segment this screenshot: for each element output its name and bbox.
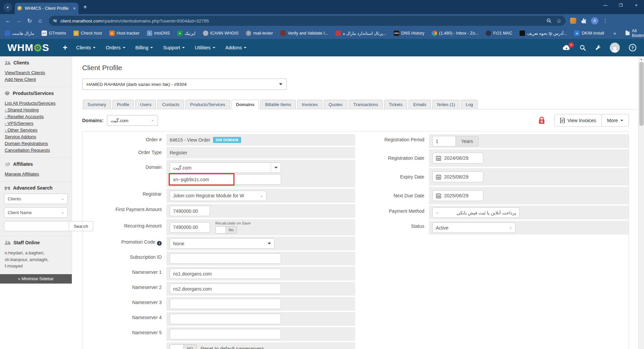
sidebar-search-input[interactable] [4, 221, 69, 231]
address-bar[interactable]: client.maralhost.com/rpadmin/clientsdoma… [49, 16, 566, 26]
nameserver-input[interactable] [170, 299, 281, 309]
tab-search-icon[interactable]: ▾ [3, 3, 12, 12]
client-select[interactable]: HAMED RAHMANI (darb sazan imen fak) - #9… [82, 79, 287, 90]
minimise-sidebar-button[interactable]: « Minimise Sidebar [0, 274, 72, 284]
search-field-select[interactable]: Client Name ⌄ [4, 207, 68, 218]
client-profile-tab[interactable]: Billable Items [260, 100, 296, 109]
sidebar-link[interactable]: Add New Client [5, 76, 67, 83]
client-profile-tab[interactable]: Transactions [348, 100, 383, 109]
domain-picker-select[interactable]: گیت.com ⌄ [107, 115, 158, 126]
more-button[interactable]: More [602, 114, 629, 127]
extensions-puzzle-icon[interactable] [581, 18, 587, 24]
nav-menu-item[interactable]: Support [163, 45, 185, 50]
expiry-date-input[interactable]: 2025/08/29 [432, 171, 483, 182]
new-tab-button[interactable]: + [83, 3, 87, 11]
admin-avatar[interactable] [610, 43, 620, 53]
bookmark-item[interactable]: مارال هاست [5, 31, 34, 36]
client-profile-tab[interactable]: Log [461, 100, 478, 109]
payment-method-select[interactable]: پرداخت آنلاین یا ثبت فیش بانکی ⌄ [432, 207, 520, 218]
browser-menu-icon[interactable]: ⋮ [603, 18, 608, 24]
nameserver-input[interactable] [170, 314, 281, 324]
sidebar-link[interactable]: View/Search Clients [5, 69, 67, 76]
profile-avatar[interactable]: A [591, 17, 598, 24]
client-profile-tab[interactable]: Notes (1) [432, 100, 460, 109]
bookmark-item[interactable]: پرتال استاندارد مارال ه... [335, 31, 386, 36]
bookmark-item[interactable]: * mail-tester [246, 31, 273, 36]
system-updates-icon[interactable]: × [562, 45, 571, 51]
status-select[interactable]: Active ⌄ [432, 222, 516, 233]
whmcs-logo[interactable]: WHM⚙S [7, 42, 49, 54]
registrar-lock-status-icon[interactable] [538, 116, 546, 125]
browser-tab[interactable]: WHMCS - Client Profile × [15, 3, 78, 14]
bookmark-item[interactable]: + intoDNS [147, 31, 170, 36]
client-profile-tab[interactable]: Quotes [324, 100, 347, 109]
view-invoices-button[interactable]: View Invoices [554, 114, 602, 127]
registration-date-input[interactable]: 2024/08/29 [432, 153, 483, 163]
minimize-button[interactable]: — [598, 0, 613, 11]
nav-menu-item[interactable]: Addons [225, 45, 247, 50]
client-profile-tab[interactable]: Profile [112, 100, 134, 109]
reset-nameservers-toggle[interactable]: NO [170, 344, 197, 349]
first-payment-input[interactable] [170, 206, 210, 216]
nameserver-input[interactable] [170, 329, 281, 339]
scrollbar-thumb[interactable] [639, 62, 644, 126]
nameserver-input[interactable] [170, 268, 281, 279]
client-profile-tab[interactable]: Tickets [384, 100, 407, 109]
client-profile-tab[interactable]: Contacts [157, 100, 184, 109]
promo-code-select[interactable]: None [170, 238, 274, 249]
recurring-input[interactable] [170, 222, 210, 233]
nav-menu-item[interactable]: Orders [106, 45, 125, 50]
scroll-up-icon[interactable]: ▲ [639, 56, 644, 62]
subscription-id-input[interactable] [170, 253, 281, 264]
bookmark-item[interactable]: GT GTmetrix [42, 31, 66, 36]
home-icon[interactable]: ⌂ [35, 15, 46, 26]
help-icon[interactable]: ? [629, 44, 637, 52]
registration-period-input[interactable] [432, 136, 456, 146]
bookmark-item[interactable]: H Host-tracker [109, 31, 140, 36]
bookmark-item[interactable]: نحوه تعریف Ip آدرس... [520, 31, 567, 36]
sidebar-link[interactable]: Service Addons [5, 133, 67, 140]
page-scrollbar[interactable]: ▲ [638, 56, 644, 349]
bookmarks-overflow-icon[interactable]: » [613, 31, 616, 36]
search-icon[interactable] [580, 45, 586, 51]
nav-menu-item[interactable]: Clients [76, 45, 96, 50]
zoom-out-icon[interactable] [546, 18, 552, 23]
quick-add-button[interactable]: + [63, 43, 67, 52]
client-profile-tab[interactable]: Invoices [297, 100, 323, 109]
sidebar-link[interactable]: - Other Services [5, 127, 67, 133]
bookmark-item[interactable]: (1,480) - Inbox - Zo... [432, 31, 478, 36]
nav-menu-item[interactable]: Utilities [195, 45, 215, 50]
registrar-select[interactable]: Joker.com Registrar Module for W ⌄ [170, 191, 266, 201]
order-link[interactable]: 64615 - View Order [170, 137, 210, 143]
next-due-date-input[interactable]: 2025/08/29 [432, 190, 483, 201]
client-profile-tab[interactable]: Users [135, 100, 156, 109]
maximize-button[interactable]: ❐ [613, 0, 629, 11]
bookmark-item[interactable]: DNS DNS History [394, 31, 424, 36]
all-bookmarks-button[interactable]: All Bookmarks [626, 29, 644, 38]
sidebar-link[interactable]: List All Products/Services [5, 100, 67, 106]
domain-input[interactable] [170, 162, 271, 173]
reload-icon[interactable]: ↻ [24, 15, 35, 26]
sidebar-link[interactable]: Manage Affiliates [5, 170, 67, 177]
bookmark-star-icon[interactable]: ☆ [556, 17, 561, 24]
sidebar-link[interactable]: - VPS/Servers [5, 120, 67, 127]
client-profile-tab[interactable]: Summary [83, 100, 111, 109]
wrench-icon[interactable] [595, 45, 601, 51]
sidebar-link[interactable]: Domain Registrations [5, 140, 67, 147]
recalculate-toggle[interactable]: No [215, 226, 237, 234]
forward-icon[interactable]: → [13, 15, 24, 26]
tab-close-icon[interactable]: × [73, 6, 76, 11]
bookmark-item[interactable]: » DKIM install [574, 31, 604, 36]
sidebar-link[interactable]: - Reseller Accounts [5, 113, 67, 120]
client-profile-tab[interactable]: Products/Services [185, 100, 230, 109]
close-button[interactable]: × [629, 0, 644, 11]
client-profile-tab[interactable]: Domains [231, 100, 259, 109]
bookmark-item[interactable]: ICANN WHOIS [203, 31, 239, 36]
bookmark-item[interactable]: ir ایرنیک [177, 31, 195, 36]
bookmark-item[interactable]: Verify and Validate I... [280, 31, 328, 36]
site-settings-icon[interactable] [53, 20, 57, 22]
back-icon[interactable]: ← [3, 15, 13, 26]
extension-icon[interactable] [570, 18, 576, 24]
sidebar-link[interactable]: Cancellation Requests [5, 147, 67, 153]
nav-menu-item[interactable]: Billing [136, 45, 153, 50]
